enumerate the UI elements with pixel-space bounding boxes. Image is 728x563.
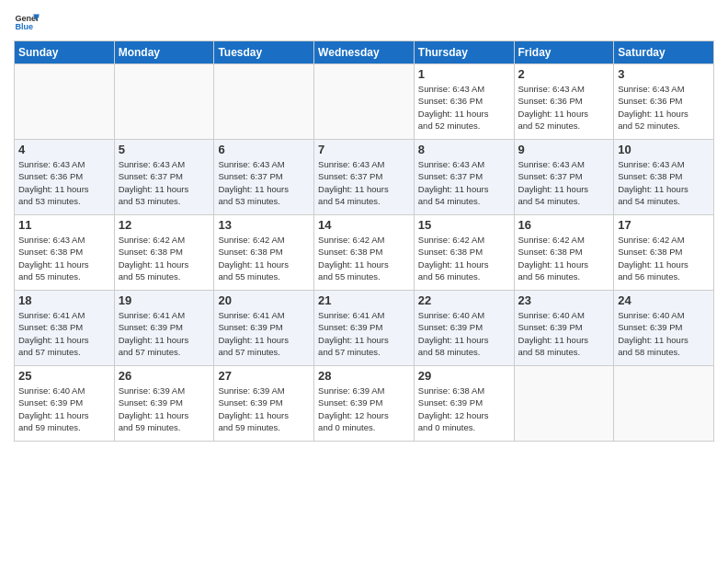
calendar-cell: 3Sunrise: 6:43 AMSunset: 6:36 PMDaylight… bbox=[614, 64, 714, 140]
day-info: Sunrise: 6:38 AMSunset: 6:39 PMDaylight:… bbox=[418, 385, 510, 433]
day-number: 10 bbox=[618, 143, 710, 156]
calendar-cell: 1Sunrise: 6:43 AMSunset: 6:36 PMDaylight… bbox=[414, 64, 514, 140]
day-number: 5 bbox=[119, 143, 210, 156]
calendar-cell bbox=[15, 64, 115, 140]
calendar-cell: 9Sunrise: 6:43 AMSunset: 6:37 PMDaylight… bbox=[514, 140, 614, 215]
day-number: 14 bbox=[318, 218, 410, 232]
day-info: Sunrise: 6:39 AMSunset: 6:39 PMDaylight:… bbox=[218, 385, 310, 433]
day-info: Sunrise: 6:43 AMSunset: 6:38 PMDaylight:… bbox=[618, 158, 710, 207]
day-number: 4 bbox=[18, 143, 110, 156]
day-number: 11 bbox=[18, 218, 110, 232]
calendar-cell: 11Sunrise: 6:43 AMSunset: 6:38 PMDayligh… bbox=[15, 215, 115, 291]
day-number: 20 bbox=[218, 293, 310, 307]
day-info: Sunrise: 6:43 AMSunset: 6:37 PMDaylight:… bbox=[318, 158, 410, 207]
day-info: Sunrise: 6:40 AMSunset: 6:39 PMDaylight:… bbox=[618, 309, 710, 358]
day-header-wednesday: Wednesday bbox=[314, 41, 415, 64]
day-info: Sunrise: 6:42 AMSunset: 6:38 PMDaylight:… bbox=[418, 234, 510, 282]
calendar-cell: 5Sunrise: 6:43 AMSunset: 6:37 PMDaylight… bbox=[114, 140, 214, 215]
calendar-cell: 27Sunrise: 6:39 AMSunset: 6:39 PMDayligh… bbox=[214, 366, 314, 442]
day-info: Sunrise: 6:43 AMSunset: 6:37 PMDaylight:… bbox=[418, 158, 510, 207]
day-header-friday: Friday bbox=[514, 41, 614, 64]
day-info: Sunrise: 6:43 AMSunset: 6:36 PMDaylight:… bbox=[618, 83, 710, 132]
calendar-cell: 28Sunrise: 6:39 AMSunset: 6:39 PMDayligh… bbox=[314, 366, 415, 442]
day-number: 19 bbox=[119, 293, 210, 307]
day-number: 24 bbox=[618, 293, 710, 307]
day-info: Sunrise: 6:41 AMSunset: 6:39 PMDaylight:… bbox=[218, 309, 310, 358]
calendar-cell: 19Sunrise: 6:41 AMSunset: 6:39 PMDayligh… bbox=[114, 291, 214, 366]
day-info: Sunrise: 6:41 AMSunset: 6:39 PMDaylight:… bbox=[119, 309, 210, 358]
calendar-cell: 24Sunrise: 6:40 AMSunset: 6:39 PMDayligh… bbox=[614, 291, 714, 366]
day-info: Sunrise: 6:43 AMSunset: 6:38 PMDaylight:… bbox=[18, 234, 110, 282]
calendar-cell bbox=[114, 64, 214, 140]
day-header-sunday: Sunday bbox=[15, 41, 115, 64]
day-info: Sunrise: 6:40 AMSunset: 6:39 PMDaylight:… bbox=[18, 385, 110, 433]
day-number: 23 bbox=[518, 293, 610, 307]
day-info: Sunrise: 6:43 AMSunset: 6:37 PMDaylight:… bbox=[218, 158, 310, 207]
calendar-table: SundayMondayTuesdayWednesdayThursdayFrid… bbox=[14, 40, 714, 442]
calendar-cell: 6Sunrise: 6:43 AMSunset: 6:37 PMDaylight… bbox=[214, 140, 314, 215]
header-row: SundayMondayTuesdayWednesdayThursdayFrid… bbox=[15, 41, 714, 64]
logo-icon: General Blue bbox=[14, 9, 40, 35]
day-number: 27 bbox=[218, 369, 310, 383]
calendar-cell: 18Sunrise: 6:41 AMSunset: 6:38 PMDayligh… bbox=[15, 291, 115, 366]
day-number: 2 bbox=[518, 67, 610, 81]
day-number: 15 bbox=[418, 218, 510, 232]
calendar-cell: 7Sunrise: 6:43 AMSunset: 6:37 PMDaylight… bbox=[314, 140, 415, 215]
day-info: Sunrise: 6:43 AMSunset: 6:37 PMDaylight:… bbox=[119, 158, 210, 207]
day-info: Sunrise: 6:40 AMSunset: 6:39 PMDaylight:… bbox=[418, 309, 510, 358]
page-header: General Blue bbox=[14, 9, 714, 35]
week-row-3: 11Sunrise: 6:43 AMSunset: 6:38 PMDayligh… bbox=[15, 215, 714, 291]
calendar-cell: 13Sunrise: 6:42 AMSunset: 6:38 PMDayligh… bbox=[214, 215, 314, 291]
day-info: Sunrise: 6:39 AMSunset: 6:39 PMDaylight:… bbox=[318, 385, 410, 433]
calendar-cell: 14Sunrise: 6:42 AMSunset: 6:38 PMDayligh… bbox=[314, 215, 415, 291]
day-info: Sunrise: 6:42 AMSunset: 6:38 PMDaylight:… bbox=[618, 234, 710, 282]
calendar-cell: 29Sunrise: 6:38 AMSunset: 6:39 PMDayligh… bbox=[414, 366, 514, 442]
day-number: 22 bbox=[418, 293, 510, 307]
calendar-cell: 15Sunrise: 6:42 AMSunset: 6:38 PMDayligh… bbox=[414, 215, 514, 291]
calendar-cell bbox=[314, 64, 415, 140]
calendar-cell: 8Sunrise: 6:43 AMSunset: 6:37 PMDaylight… bbox=[414, 140, 514, 215]
calendar-cell: 25Sunrise: 6:40 AMSunset: 6:39 PMDayligh… bbox=[15, 366, 115, 442]
logo: General Blue bbox=[14, 9, 40, 35]
calendar-cell: 17Sunrise: 6:42 AMSunset: 6:38 PMDayligh… bbox=[614, 215, 714, 291]
calendar-cell bbox=[614, 366, 714, 442]
day-info: Sunrise: 6:43 AMSunset: 6:37 PMDaylight:… bbox=[518, 158, 610, 207]
day-number: 13 bbox=[218, 218, 310, 232]
day-info: Sunrise: 6:39 AMSunset: 6:39 PMDaylight:… bbox=[119, 385, 210, 433]
calendar-cell: 21Sunrise: 6:41 AMSunset: 6:39 PMDayligh… bbox=[314, 291, 415, 366]
day-info: Sunrise: 6:42 AMSunset: 6:38 PMDaylight:… bbox=[318, 234, 410, 282]
day-info: Sunrise: 6:43 AMSunset: 6:36 PMDaylight:… bbox=[18, 158, 110, 207]
day-number: 16 bbox=[518, 218, 610, 232]
day-header-thursday: Thursday bbox=[414, 41, 514, 64]
day-number: 18 bbox=[18, 293, 110, 307]
week-row-2: 4Sunrise: 6:43 AMSunset: 6:36 PMDaylight… bbox=[15, 140, 714, 215]
day-info: Sunrise: 6:41 AMSunset: 6:38 PMDaylight:… bbox=[18, 309, 110, 358]
calendar-cell: 23Sunrise: 6:40 AMSunset: 6:39 PMDayligh… bbox=[514, 291, 614, 366]
week-row-4: 18Sunrise: 6:41 AMSunset: 6:38 PMDayligh… bbox=[15, 291, 714, 366]
day-number: 17 bbox=[618, 218, 710, 232]
day-number: 29 bbox=[418, 369, 510, 383]
day-number: 12 bbox=[119, 218, 210, 232]
day-info: Sunrise: 6:42 AMSunset: 6:38 PMDaylight:… bbox=[218, 234, 310, 282]
calendar-cell: 2Sunrise: 6:43 AMSunset: 6:36 PMDaylight… bbox=[514, 64, 614, 140]
day-header-monday: Monday bbox=[114, 41, 214, 64]
day-number: 7 bbox=[318, 143, 410, 156]
week-row-5: 25Sunrise: 6:40 AMSunset: 6:39 PMDayligh… bbox=[15, 366, 714, 442]
calendar-cell: 20Sunrise: 6:41 AMSunset: 6:39 PMDayligh… bbox=[214, 291, 314, 366]
day-number: 8 bbox=[418, 143, 510, 156]
day-info: Sunrise: 6:40 AMSunset: 6:39 PMDaylight:… bbox=[518, 309, 610, 358]
calendar-cell: 22Sunrise: 6:40 AMSunset: 6:39 PMDayligh… bbox=[414, 291, 514, 366]
svg-text:Blue: Blue bbox=[15, 22, 33, 31]
calendar-cell: 26Sunrise: 6:39 AMSunset: 6:39 PMDayligh… bbox=[114, 366, 214, 442]
day-info: Sunrise: 6:42 AMSunset: 6:38 PMDaylight:… bbox=[518, 234, 610, 282]
day-number: 3 bbox=[618, 67, 710, 81]
day-number: 28 bbox=[318, 369, 410, 383]
day-number: 6 bbox=[218, 143, 310, 156]
calendar-cell: 16Sunrise: 6:42 AMSunset: 6:38 PMDayligh… bbox=[514, 215, 614, 291]
week-row-1: 1Sunrise: 6:43 AMSunset: 6:36 PMDaylight… bbox=[15, 64, 714, 140]
day-number: 21 bbox=[318, 293, 410, 307]
day-info: Sunrise: 6:43 AMSunset: 6:36 PMDaylight:… bbox=[418, 83, 510, 132]
day-number: 25 bbox=[18, 369, 110, 383]
day-number: 9 bbox=[518, 143, 610, 156]
calendar-cell bbox=[514, 366, 614, 442]
